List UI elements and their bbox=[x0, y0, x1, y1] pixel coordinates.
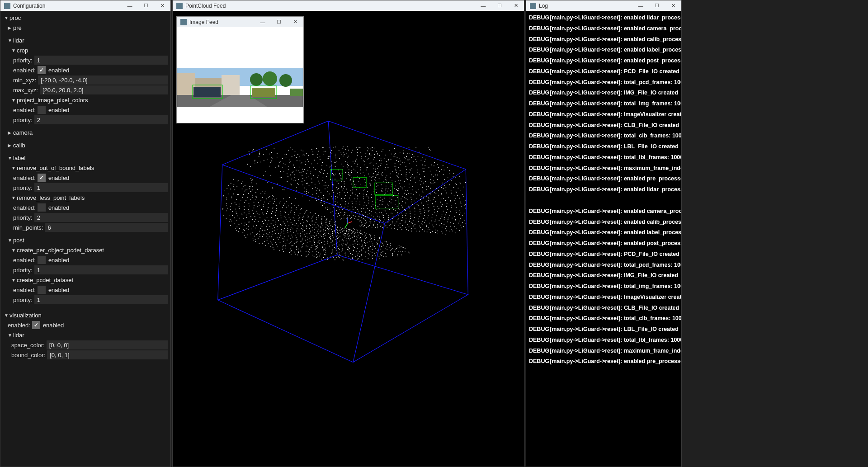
crop-priority-input[interactable] bbox=[34, 56, 168, 65]
svg-rect-772 bbox=[273, 220, 273, 221]
svg-rect-1694 bbox=[244, 236, 245, 236]
svg-rect-1347 bbox=[247, 189, 247, 190]
minimize-button[interactable]: — bbox=[255, 17, 271, 27]
pointcloud-titlebar[interactable]: PointCloud Feed — ☐ ✕ bbox=[173, 0, 524, 11]
svg-rect-1623 bbox=[234, 184, 234, 184]
pointcloud-viewport[interactable]: Image Feed — ☐ ✕ bbox=[173, 11, 524, 467]
svg-rect-1087 bbox=[262, 191, 262, 191]
svg-rect-127 bbox=[372, 227, 372, 227]
close-button[interactable]: ✕ bbox=[154, 0, 170, 11]
svg-rect-1885 bbox=[433, 199, 434, 200]
log-line: DEBUG[main.py->LiGuard->reset]: enabled … bbox=[529, 45, 679, 56]
svg-rect-1233 bbox=[309, 250, 310, 250]
svg-rect-781 bbox=[302, 184, 303, 185]
node-vis-lidar[interactable]: ▼lidar bbox=[4, 330, 168, 340]
rlpl-enabled-checkbox[interactable] bbox=[38, 203, 46, 212]
node-camera[interactable]: ▶camera bbox=[4, 127, 168, 137]
svg-rect-1040 bbox=[443, 211, 443, 211]
svg-rect-1757 bbox=[409, 173, 410, 173]
cpopd-priority-input[interactable] bbox=[34, 265, 168, 274]
node-visualization[interactable]: ▼visualization bbox=[4, 310, 168, 320]
svg-rect-1013 bbox=[324, 170, 325, 171]
minimize-button[interactable]: — bbox=[475, 0, 491, 11]
log-body[interactable]: DEBUG[main.py->LiGuard->reset]: enabled … bbox=[526, 11, 681, 467]
cpopd-enabled-checkbox[interactable] bbox=[38, 256, 46, 264]
cpd-priority-input[interactable] bbox=[34, 295, 168, 304]
svg-rect-1224 bbox=[365, 253, 365, 253]
svg-rect-1678 bbox=[335, 259, 335, 260]
node-crop[interactable]: ▼crop bbox=[4, 45, 168, 55]
log-titlebar[interactable]: Log — ☐ ✕ bbox=[526, 0, 681, 11]
svg-rect-199 bbox=[344, 207, 345, 207]
minimize-button[interactable]: — bbox=[632, 0, 649, 11]
svg-rect-1060 bbox=[332, 250, 332, 250]
svg-rect-1984 bbox=[312, 154, 312, 155]
close-button[interactable]: ✕ bbox=[287, 17, 303, 27]
svg-rect-1892 bbox=[356, 184, 356, 185]
cpd-enabled-checkbox[interactable] bbox=[38, 286, 46, 294]
svg-rect-141 bbox=[323, 226, 323, 226]
crop-maxxyz-input[interactable] bbox=[40, 85, 168, 94]
svg-rect-1158 bbox=[260, 228, 261, 229]
node-pre[interactable]: ▶pre bbox=[4, 23, 168, 33]
rlpl-priority-input[interactable] bbox=[34, 213, 168, 222]
node-lidar[interactable]: ▼lidar bbox=[4, 35, 168, 45]
config-body[interactable]: ▼proc ▶pre ▼lidar ▼crop priority: enable… bbox=[0, 11, 170, 467]
svg-rect-1909 bbox=[283, 189, 283, 190]
svg-rect-714 bbox=[319, 183, 320, 183]
svg-rect-1599 bbox=[283, 249, 283, 250]
close-button[interactable]: ✕ bbox=[665, 0, 681, 11]
config-titlebar[interactable]: Configuration — ☐ ✕ bbox=[0, 0, 170, 11]
svg-rect-549 bbox=[374, 240, 375, 240]
maximize-button[interactable]: ☐ bbox=[491, 0, 508, 11]
svg-rect-319 bbox=[370, 235, 371, 235]
rooob-priority-input[interactable] bbox=[34, 183, 168, 192]
svg-rect-70 bbox=[344, 214, 345, 215]
svg-rect-1697 bbox=[235, 228, 236, 228]
svg-rect-419 bbox=[395, 210, 396, 211]
maximize-button[interactable]: ☐ bbox=[138, 0, 154, 11]
vis-space-color-input[interactable] bbox=[47, 340, 168, 349]
node-calib[interactable]: ▶calib bbox=[4, 140, 168, 150]
svg-rect-1222 bbox=[376, 252, 377, 252]
svg-rect-1197 bbox=[425, 181, 426, 181]
minimize-button[interactable]: — bbox=[122, 0, 138, 11]
rlpl-minpoints-input[interactable] bbox=[45, 223, 168, 232]
node-remove-less-point-labels[interactable]: ▼remove_less_point_labels bbox=[4, 193, 168, 203]
project-enabled-checkbox[interactable] bbox=[38, 106, 46, 114]
node-remove-out-of-bound-labels[interactable]: ▼remove_out_of_bound_labels bbox=[4, 163, 168, 173]
svg-rect-148 bbox=[324, 216, 325, 217]
node-post[interactable]: ▼post bbox=[4, 235, 168, 245]
node-create-pcdet-dataset[interactable]: ▼create_pcdet_dataset bbox=[4, 275, 168, 285]
crop-minxyz-input[interactable] bbox=[38, 75, 168, 85]
svg-rect-76 bbox=[359, 217, 359, 217]
svg-rect-710 bbox=[280, 201, 281, 201]
project-priority-input[interactable] bbox=[34, 115, 168, 124]
node-create-per-object-pcdet-dataset[interactable]: ▼create_per_object_pcdet_dataset bbox=[4, 245, 168, 255]
rooob-enabled-checkbox[interactable] bbox=[38, 174, 46, 182]
node-label[interactable]: ▼label bbox=[4, 153, 168, 163]
svg-rect-1718 bbox=[311, 149, 312, 150]
svg-rect-821 bbox=[370, 246, 371, 247]
svg-rect-1240 bbox=[269, 236, 269, 237]
maximize-button[interactable]: ☐ bbox=[649, 0, 665, 11]
svg-rect-222 bbox=[354, 235, 354, 235]
svg-rect-1019 bbox=[360, 170, 361, 170]
crop-enabled-checkbox[interactable] bbox=[38, 66, 46, 74]
vis-bound-color-input[interactable] bbox=[47, 350, 168, 359]
image-feed-viewport[interactable] bbox=[177, 27, 303, 123]
svg-rect-1956 bbox=[324, 198, 324, 198]
node-proc[interactable]: ▼proc bbox=[4, 13, 168, 23]
svg-rect-1818 bbox=[389, 160, 389, 161]
maximize-button[interactable]: ☐ bbox=[271, 17, 287, 27]
svg-rect-602 bbox=[409, 208, 410, 208]
image-feed-titlebar[interactable]: Image Feed — ☐ ✕ bbox=[177, 17, 303, 27]
svg-rect-972 bbox=[381, 246, 382, 247]
node-project-image-pixel-colors[interactable]: ▼project_image_pixel_colors bbox=[4, 95, 168, 105]
vis-enabled-checkbox[interactable] bbox=[32, 321, 40, 329]
svg-rect-1148 bbox=[302, 247, 302, 248]
svg-rect-1125 bbox=[444, 217, 445, 218]
close-button[interactable]: ✕ bbox=[508, 0, 524, 11]
svg-rect-1557 bbox=[414, 161, 414, 161]
svg-rect-1447 bbox=[317, 157, 317, 158]
